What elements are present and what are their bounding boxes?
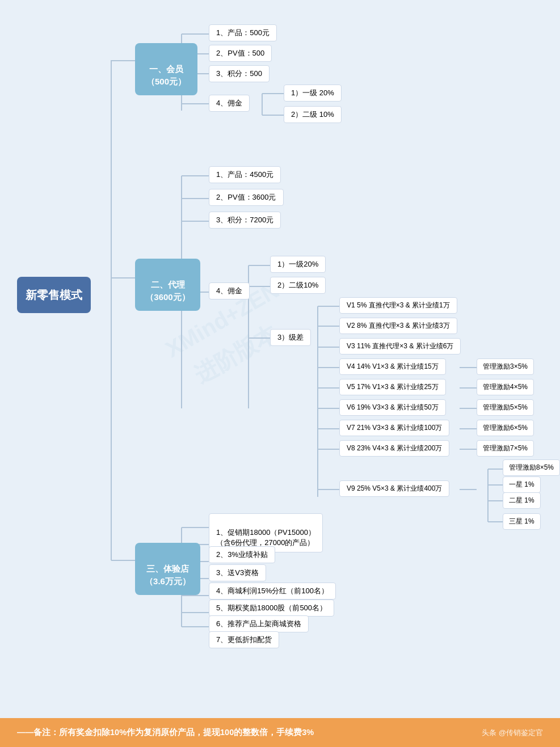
v7-node: V7 21% V3×3 & 累计业绩100万 — [339, 420, 449, 436]
v7-extra: 管理激励6×5% — [477, 420, 534, 436]
d4a-node: 1）一级20% — [270, 256, 326, 273]
t4-node: 4、商城利润15%分红（前100名） — [209, 583, 336, 600]
v2-node: V2 8% 直推代理×3 & 累计业绩3万 — [339, 318, 457, 334]
h3-node: 3、积分：500 — [209, 65, 270, 82]
d1-node: 1、产品：4500元 — [209, 166, 281, 183]
v3-node: V3 11% 直推代理×3 & 累计业绩6万 — [339, 338, 461, 354]
d2-node: 2、PV值：3600元 — [209, 189, 284, 206]
v4-extra: 管理激励3×5% — [477, 358, 534, 375]
v5-extra: 管理激励4×5% — [477, 379, 534, 395]
v1-node: V1 5% 直推代理×3 & 累计业绩1万 — [339, 297, 457, 314]
v9-extra0: 管理激励8×5% — [503, 459, 560, 476]
v8-node: V8 23% V4×3 & 累计业绩200万 — [339, 440, 449, 457]
d4-node: 4、佣金 — [209, 282, 250, 299]
t3-node: 3、送V3资格 — [209, 564, 266, 581]
root-node: 新零售模式 — [17, 277, 91, 313]
h4-node: 4、佣金 — [209, 95, 250, 112]
t7-node: 7、更低折扣配货 — [209, 631, 279, 648]
v6-extra: 管理激励5×5% — [477, 399, 534, 416]
v9-node: V9 25% V5×3 & 累计业绩400万 — [339, 480, 449, 497]
d4c-node: 3）级差 — [270, 329, 311, 346]
v8-extra: 管理激励7×5% — [477, 440, 534, 457]
h4b-node: 2）二级 10% — [284, 106, 342, 123]
v6-node: V6 19% V3×3 & 累计业绩50万 — [339, 399, 446, 416]
v9-extra1: 一星 1% — [503, 476, 541, 493]
t2-node: 2、3%业绩补贴 — [209, 546, 275, 563]
footer-text: ——备注：所有奖金扣除10%作为复消原价产品，提现100的整数倍，手续费3% — [17, 727, 314, 738]
v4-node: V4 14% V1×3 & 累计业绩15万 — [339, 358, 446, 375]
t5-node: 5、期权奖励18000股（前500名） — [209, 600, 334, 617]
l1-daili: 二、代理 （3600元） — [135, 259, 200, 311]
h2-node: 2、PV值：500 — [209, 45, 272, 62]
h4a-node: 1）一级 20% — [284, 85, 342, 102]
l1-tiyan: 三、体验店 （3.6万元） — [135, 543, 200, 595]
d3-node: 3、积分：7200元 — [209, 212, 281, 229]
h1-node: 1、产品：500元 — [209, 24, 277, 41]
l1-huiyuan: 一、会员 （500元） — [135, 43, 197, 95]
d4b-node: 2）二级10% — [270, 277, 326, 294]
footer-bar: ——备注：所有奖金扣除10%作为复消原价产品，提现100的整数倍，手续费3% 头… — [0, 718, 560, 747]
t6-node: 6、推荐产品上架商城资格 — [209, 615, 309, 632]
v9-extra2: 二星 1% — [503, 492, 541, 509]
v9-extra3: 三星 1% — [503, 513, 541, 530]
v5-node: V5 17% V1×3 & 累计业绩25万 — [339, 379, 446, 395]
source-label: 头条 @传销鉴定官 — [482, 728, 543, 738]
